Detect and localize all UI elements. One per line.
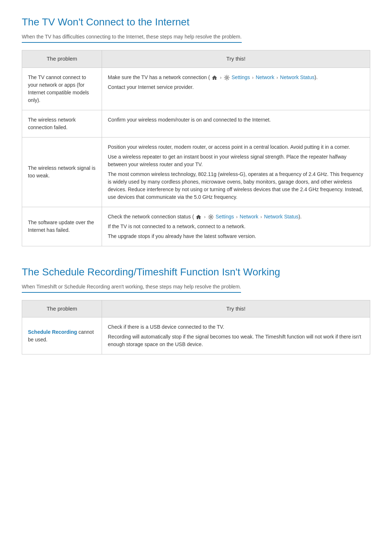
chevron-icon6: › xyxy=(261,214,262,220)
section1-table: The problem Try this! The TV cannot conn… xyxy=(22,50,370,246)
table-row: The wireless network signal is too weak.… xyxy=(22,137,370,207)
nav-network-status2[interactable]: Network Status xyxy=(264,214,298,219)
nav-network[interactable]: Network xyxy=(256,74,274,80)
section2-subtitle: When Timeshift or Schedule Recording are… xyxy=(22,283,241,293)
section-schedule: The Schedule Recording/Timeshift Functio… xyxy=(22,264,370,355)
col2-header2: Try this! xyxy=(102,300,370,317)
table-row: The wireless network connection failed. … xyxy=(22,110,370,137)
problem-cell: The TV cannot connect to your network or… xyxy=(22,67,102,110)
home-icon xyxy=(212,75,217,81)
solution-cell: Check the network connection status ( › … xyxy=(102,207,370,246)
nav-network-status[interactable]: Network Status xyxy=(280,74,315,80)
chevron-icon2: › xyxy=(252,74,254,81)
schedule-recording-link[interactable]: Schedule Recording xyxy=(28,329,77,335)
section-internet: The TV Won't Connect to the Internet Whe… xyxy=(22,15,370,246)
solution-line1: Position your wireless router, modem rou… xyxy=(108,143,364,151)
home-icon2 xyxy=(196,214,201,220)
problem-text: The wireless network connection failed. xyxy=(28,117,76,130)
chevron-icon5: › xyxy=(236,214,237,220)
problem-text: The TV cannot connect to your network or… xyxy=(28,74,89,103)
solution-line3: The most common wireless technology, 802… xyxy=(108,171,364,201)
problem-cell: The software update over the Internet ha… xyxy=(22,207,102,246)
problem-cell: Schedule Recording cannot be used. xyxy=(22,317,102,354)
table-row: Schedule Recording cannot be used. Check… xyxy=(22,317,370,354)
section2-title: The Schedule Recording/Timeshift Functio… xyxy=(22,264,370,280)
solution-cell: Make sure the TV has a network connectio… xyxy=(102,67,370,110)
nav-settings2[interactable]: Settings xyxy=(216,214,234,219)
section1-subtitle: When the TV has difficulties connecting … xyxy=(22,33,242,43)
table-row: The software update over the Internet ha… xyxy=(22,207,370,246)
solution-line2: Contact your Internet service provider. xyxy=(108,83,364,91)
solution-line2: Recording will automatically stop if the… xyxy=(108,333,364,348)
solution-line: Make sure the TV has a network connectio… xyxy=(108,74,364,81)
problem-cell: The wireless network connection failed. xyxy=(22,110,102,137)
problem-text: The wireless network signal is too weak. xyxy=(28,165,95,178)
col1-header: The problem xyxy=(22,50,102,68)
col1-header2: The problem xyxy=(22,300,102,317)
solution-line2: If the TV is not connected to a network,… xyxy=(108,223,364,230)
section2-table: The problem Try this! Schedule Recording… xyxy=(22,300,370,355)
solution-line1: Check the network connection status ( › … xyxy=(108,213,364,221)
nav-network2[interactable]: Network xyxy=(240,214,258,219)
settings-icon2 xyxy=(208,214,214,220)
solution-line3: The upgrade stops if you already have th… xyxy=(108,233,364,240)
chevron-icon4: › xyxy=(204,214,205,220)
solution-cell: Confirm your wireless modem/router is on… xyxy=(102,110,370,137)
solution-line: Confirm your wireless modem/router is on… xyxy=(108,116,364,124)
solution-line1: Check if there is a USB device connected… xyxy=(108,323,364,331)
solution-cell: Check if there is a USB device connected… xyxy=(102,317,370,354)
chevron-icon3: › xyxy=(277,74,278,81)
chevron-icon: › xyxy=(220,74,221,81)
svg-point-0 xyxy=(226,77,228,78)
nav-settings[interactable]: Settings xyxy=(232,74,250,80)
section1-title: The TV Won't Connect to the Internet xyxy=(22,15,370,30)
table-row: The TV cannot connect to your network or… xyxy=(22,67,370,110)
solution-line2: Use a wireless repeater to get an instan… xyxy=(108,153,364,168)
problem-cell: The wireless network signal is too weak. xyxy=(22,137,102,207)
settings-icon xyxy=(224,75,230,81)
col2-header: Try this! xyxy=(102,50,370,68)
svg-point-1 xyxy=(210,216,212,218)
problem-text: The software update over the Internet ha… xyxy=(28,219,94,233)
solution-cell: Position your wireless router, modem rou… xyxy=(102,137,370,207)
